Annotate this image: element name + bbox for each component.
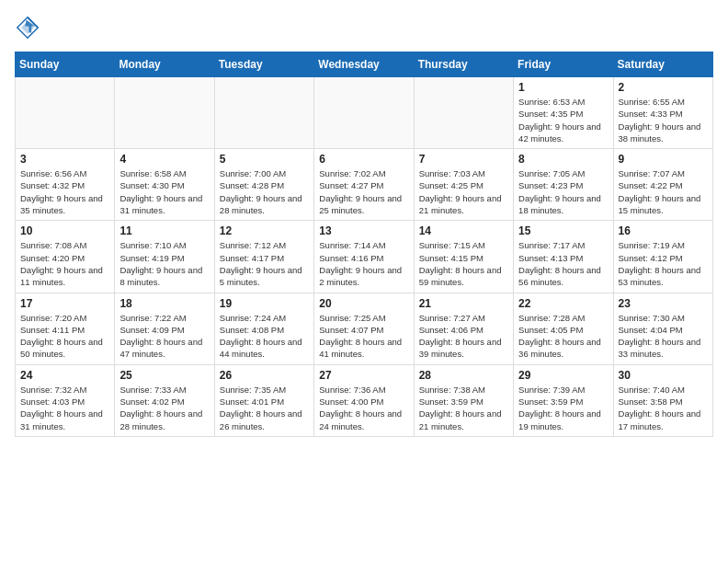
calendar-day-cell: 9Sunrise: 7:07 AM Sunset: 4:22 PM Daylig… (613, 149, 712, 221)
day-number: 13 (319, 224, 408, 237)
calendar-header-row: SundayMondayTuesdayWednesdayThursdayFrid… (16, 52, 713, 77)
calendar-day-cell: 21Sunrise: 7:27 AM Sunset: 4:06 PM Dayli… (414, 293, 513, 364)
day-info: Sunrise: 7:03 AM Sunset: 4:25 PM Dayligh… (419, 167, 508, 216)
day-number: 20 (319, 297, 408, 310)
day-number: 6 (319, 153, 408, 166)
calendar-day-cell: 28Sunrise: 7:38 AM Sunset: 3:59 PM Dayli… (414, 364, 513, 436)
day-number: 4 (119, 153, 209, 166)
day-number: 2 (619, 81, 708, 94)
day-info: Sunrise: 6:58 AM Sunset: 4:30 PM Dayligh… (119, 167, 209, 216)
calendar-day-cell: 3Sunrise: 6:56 AM Sunset: 4:32 PM Daylig… (16, 149, 115, 221)
day-info: Sunrise: 7:40 AM Sunset: 3:58 PM Dayligh… (619, 384, 708, 432)
day-number: 19 (220, 297, 309, 310)
day-number: 28 (419, 369, 508, 382)
calendar-day-cell (115, 77, 214, 149)
calendar-day-cell: 17Sunrise: 7:20 AM Sunset: 4:11 PM Dayli… (16, 293, 115, 364)
weekday-header: Monday (115, 52, 214, 77)
day-number: 25 (119, 369, 209, 382)
day-info: Sunrise: 7:28 AM Sunset: 4:05 PM Dayligh… (518, 312, 608, 361)
day-number: 7 (419, 153, 508, 166)
day-number: 23 (619, 297, 708, 310)
calendar-day-cell: 14Sunrise: 7:15 AM Sunset: 4:15 PM Dayli… (414, 221, 513, 293)
day-info: Sunrise: 7:33 AM Sunset: 4:02 PM Dayligh… (119, 384, 209, 432)
calendar-day-cell: 26Sunrise: 7:35 AM Sunset: 4:01 PM Dayli… (214, 364, 313, 436)
day-number: 14 (419, 224, 508, 237)
day-number: 18 (119, 297, 209, 310)
calendar-day-cell: 27Sunrise: 7:36 AM Sunset: 4:00 PM Dayli… (314, 364, 414, 436)
day-number: 21 (419, 297, 508, 310)
weekday-header: Friday (514, 52, 613, 77)
weekday-header: Tuesday (214, 52, 313, 77)
day-info: Sunrise: 7:20 AM Sunset: 4:11 PM Dayligh… (20, 312, 109, 361)
day-number: 30 (619, 369, 708, 382)
day-number: 15 (518, 224, 608, 237)
calendar-day-cell: 24Sunrise: 7:32 AM Sunset: 4:03 PM Dayli… (16, 364, 115, 436)
calendar-week-row: 1Sunrise: 6:53 AM Sunset: 4:35 PM Daylig… (16, 77, 713, 149)
day-info: Sunrise: 6:55 AM Sunset: 4:33 PM Dayligh… (619, 96, 708, 144)
day-info: Sunrise: 7:05 AM Sunset: 4:23 PM Dayligh… (518, 167, 608, 216)
calendar-day-cell: 15Sunrise: 7:17 AM Sunset: 4:13 PM Dayli… (514, 221, 613, 293)
weekday-header: Saturday (613, 52, 712, 77)
day-info: Sunrise: 7:12 AM Sunset: 4:17 PM Dayligh… (220, 239, 309, 288)
day-info: Sunrise: 7:38 AM Sunset: 3:59 PM Dayligh… (419, 384, 508, 432)
calendar-day-cell: 22Sunrise: 7:28 AM Sunset: 4:05 PM Dayli… (514, 293, 613, 364)
day-info: Sunrise: 7:15 AM Sunset: 4:15 PM Dayligh… (419, 239, 508, 288)
day-info: Sunrise: 7:32 AM Sunset: 4:03 PM Dayligh… (20, 384, 109, 432)
day-info: Sunrise: 7:30 AM Sunset: 4:04 PM Dayligh… (619, 312, 708, 361)
calendar-day-cell: 6Sunrise: 7:02 AM Sunset: 4:27 PM Daylig… (314, 149, 414, 221)
calendar-week-row: 10Sunrise: 7:08 AM Sunset: 4:20 PM Dayli… (16, 221, 713, 293)
day-number: 8 (518, 153, 608, 166)
calendar-day-cell: 7Sunrise: 7:03 AM Sunset: 4:25 PM Daylig… (414, 149, 513, 221)
day-info: Sunrise: 7:14 AM Sunset: 4:16 PM Dayligh… (319, 239, 408, 288)
calendar-day-cell: 11Sunrise: 7:10 AM Sunset: 4:19 PM Dayli… (115, 221, 214, 293)
calendar-day-cell: 16Sunrise: 7:19 AM Sunset: 4:12 PM Dayli… (613, 221, 712, 293)
day-number: 17 (20, 297, 109, 310)
calendar-day-cell: 10Sunrise: 7:08 AM Sunset: 4:20 PM Dayli… (16, 221, 115, 293)
calendar-day-cell: 30Sunrise: 7:40 AM Sunset: 3:58 PM Dayli… (613, 364, 712, 436)
day-number: 10 (20, 224, 109, 237)
day-info: Sunrise: 7:07 AM Sunset: 4:22 PM Dayligh… (619, 167, 708, 216)
day-number: 11 (119, 224, 209, 237)
day-info: Sunrise: 7:00 AM Sunset: 4:28 PM Dayligh… (220, 167, 309, 216)
day-info: Sunrise: 7:27 AM Sunset: 4:06 PM Dayligh… (419, 312, 508, 361)
calendar-day-cell: 2Sunrise: 6:55 AM Sunset: 4:33 PM Daylig… (613, 77, 712, 149)
day-info: Sunrise: 6:53 AM Sunset: 4:35 PM Dayligh… (518, 96, 608, 144)
calendar-day-cell: 18Sunrise: 7:22 AM Sunset: 4:09 PM Dayli… (115, 293, 214, 364)
calendar-day-cell: 19Sunrise: 7:24 AM Sunset: 4:08 PM Dayli… (214, 293, 313, 364)
page-header (15, 15, 713, 40)
day-info: Sunrise: 7:10 AM Sunset: 4:19 PM Dayligh… (119, 239, 209, 288)
day-number: 5 (220, 153, 309, 166)
day-number: 29 (518, 369, 608, 382)
calendar-day-cell: 23Sunrise: 7:30 AM Sunset: 4:04 PM Dayli… (613, 293, 712, 364)
calendar-day-cell (314, 77, 414, 149)
calendar-day-cell: 20Sunrise: 7:25 AM Sunset: 4:07 PM Dayli… (314, 293, 414, 364)
calendar-day-cell: 5Sunrise: 7:00 AM Sunset: 4:28 PM Daylig… (214, 149, 313, 221)
calendar-day-cell (16, 77, 115, 149)
day-number: 12 (220, 224, 309, 237)
day-info: Sunrise: 7:08 AM Sunset: 4:20 PM Dayligh… (20, 239, 109, 288)
weekday-header: Wednesday (314, 52, 414, 77)
day-info: Sunrise: 7:02 AM Sunset: 4:27 PM Dayligh… (319, 167, 408, 216)
calendar-day-cell: 25Sunrise: 7:33 AM Sunset: 4:02 PM Dayli… (115, 364, 214, 436)
weekday-header: Sunday (16, 52, 115, 77)
day-number: 24 (20, 369, 109, 382)
day-info: Sunrise: 7:17 AM Sunset: 4:13 PM Dayligh… (518, 239, 608, 288)
calendar-day-cell: 13Sunrise: 7:14 AM Sunset: 4:16 PM Dayli… (314, 221, 414, 293)
logo (15, 15, 44, 40)
calendar-table: SundayMondayTuesdayWednesdayThursdayFrid… (15, 52, 713, 437)
calendar-day-cell (414, 77, 513, 149)
calendar-week-row: 3Sunrise: 6:56 AM Sunset: 4:32 PM Daylig… (16, 149, 713, 221)
day-number: 27 (319, 369, 408, 382)
logo-icon (15, 15, 40, 40)
day-number: 16 (619, 224, 708, 237)
day-number: 1 (518, 81, 608, 94)
day-info: Sunrise: 7:19 AM Sunset: 4:12 PM Dayligh… (619, 239, 708, 288)
day-number: 26 (220, 369, 309, 382)
calendar-day-cell: 12Sunrise: 7:12 AM Sunset: 4:17 PM Dayli… (214, 221, 313, 293)
calendar-week-row: 17Sunrise: 7:20 AM Sunset: 4:11 PM Dayli… (16, 293, 713, 364)
calendar-day-cell: 8Sunrise: 7:05 AM Sunset: 4:23 PM Daylig… (514, 149, 613, 221)
calendar-week-row: 24Sunrise: 7:32 AM Sunset: 4:03 PM Dayli… (16, 364, 713, 436)
day-info: Sunrise: 7:39 AM Sunset: 3:59 PM Dayligh… (518, 384, 608, 432)
day-info: Sunrise: 7:36 AM Sunset: 4:00 PM Dayligh… (319, 384, 408, 432)
weekday-header: Thursday (414, 52, 513, 77)
